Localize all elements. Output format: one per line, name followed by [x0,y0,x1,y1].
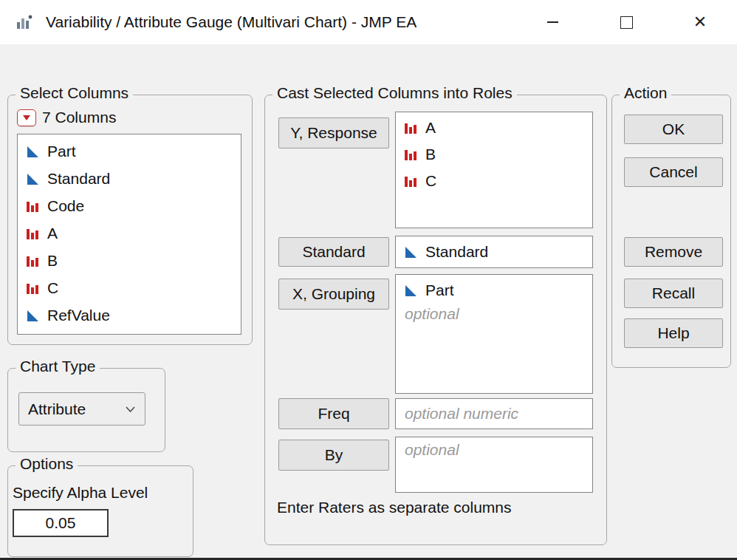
column-item-label: Code [47,197,84,215]
role-item-label: B [425,146,436,163]
continuous-column-icon [25,308,40,323]
freq-box[interactable]: optional numeric [395,398,593,429]
action-group: Action OK Cancel Remove Recall Help [611,95,731,368]
y-response-box[interactable]: A B C [395,112,593,228]
columns-count-label: 7 Columns [42,109,116,126]
chart-type-selected-value: Attribute [28,400,86,418]
raters-note: Enter Raters as separate columns [277,499,511,516]
cast-roles-group: Cast Selected Columns into Roles Y, Resp… [264,95,607,545]
column-item-label: RefValue [47,307,110,324]
select-columns-group: Select Columns 7 Columns Part Standard [7,95,253,345]
ok-button[interactable]: OK [624,115,723,144]
column-item[interactable]: Standard [22,165,236,192]
continuous-column-icon [403,283,418,298]
cancel-button[interactable]: Cancel [624,157,723,187]
column-item[interactable]: RefValue [22,301,236,329]
x-grouping-box[interactable]: Part optional [395,274,593,394]
x-grouping-button[interactable]: X, Grouping [278,279,389,310]
role-item[interactable]: B [400,141,588,168]
continuous-column-icon [25,144,40,159]
column-item-label: C [47,279,58,297]
nominal-column-icon [403,147,418,162]
column-item[interactable]: B [22,247,236,274]
column-item-label: B [47,252,58,270]
column-item-label: Part [47,143,76,160]
close-icon: ✕ [693,14,707,30]
maximize-icon [620,16,633,29]
by-button[interactable]: By [278,440,389,471]
column-item[interactable]: C [22,274,236,301]
cast-roles-label: Cast Selected Columns into Roles [272,84,517,102]
titlebar[interactable]: Variability / Attribute Gauge (Multivari… [0,0,737,44]
role-item[interactable]: Part [400,277,588,304]
options-group: Options Specify Alpha Level [7,465,193,557]
column-item[interactable]: Part [22,137,236,165]
columns-header-row: 7 Columns [17,109,116,126]
jmp-dialog-window: Variability / Attribute Gauge (Multivari… [0,0,737,560]
role-item-label: C [425,172,436,190]
remove-button[interactable]: Remove [624,237,723,267]
chart-type-group: Chart Type Attribute [7,368,165,452]
minimize-icon [547,21,558,23]
alpha-level-label: Specify Alpha Level [13,484,148,502]
window-title: Variability / Attribute Gauge (Multivari… [46,13,417,31]
help-button[interactable]: Help [624,318,723,348]
red-triangle-menu-button[interactable] [17,109,36,126]
column-item[interactable]: Code [22,192,236,219]
chart-type-dropdown[interactable]: Attribute [18,392,145,426]
minimize-button[interactable] [515,0,589,44]
y-response-button[interactable]: Y, Response [278,117,389,148]
role-item[interactable]: Standard [400,239,588,265]
role-item-label: A [425,119,436,137]
select-columns-label: Select Columns [16,84,133,102]
freq-placeholder: optional numeric [400,403,523,424]
nominal-column-icon [25,253,40,268]
x-grouping-placeholder: optional [400,304,588,324]
column-item-label: A [47,225,58,242]
maximize-button[interactable] [589,0,663,44]
freq-button[interactable]: Freq [278,398,389,429]
nominal-column-icon [25,226,40,241]
app-icon [15,13,34,32]
continuous-column-icon [25,171,40,186]
alpha-level-input[interactable] [13,509,109,537]
nominal-column-icon [403,174,418,188]
recall-button[interactable]: Recall [624,279,723,308]
by-placeholder: optional [400,440,588,460]
standard-role-box[interactable]: Standard [395,236,593,268]
columns-listbox[interactable]: Part Standard Code A B [17,134,241,335]
continuous-column-icon [403,245,418,259]
options-label: Options [16,455,78,473]
role-item-label: Part [425,281,454,299]
nominal-column-icon [403,120,418,135]
role-item-label: Standard [425,243,488,261]
by-box[interactable]: optional [395,437,593,493]
action-label: Action [620,84,671,102]
red-triangle-icon [21,113,32,122]
dialog-body: Select Columns 7 Columns Part Standard [0,44,737,560]
standard-role-button[interactable]: Standard [278,237,389,267]
chart-type-label: Chart Type [16,358,100,375]
column-item[interactable]: A [22,219,236,247]
column-item-label: Standard [47,170,110,188]
window-controls: ✕ [515,0,737,44]
role-item[interactable]: A [400,115,588,141]
role-item[interactable]: C [400,168,588,194]
nominal-column-icon [25,281,40,296]
chevron-down-icon [125,405,136,414]
close-button[interactable]: ✕ [663,0,737,44]
nominal-column-icon [25,199,40,214]
